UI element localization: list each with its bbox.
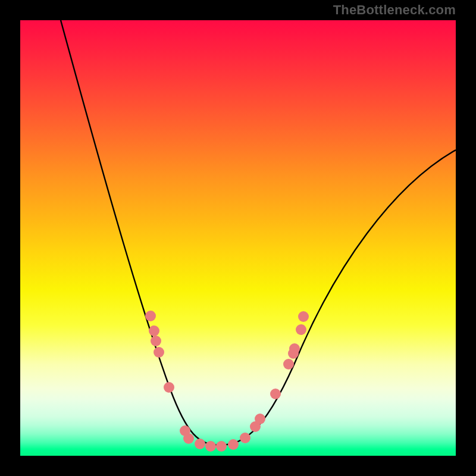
datapoint-marker — [240, 433, 250, 443]
datapoint-marker — [270, 389, 281, 399]
datapoint-marker — [255, 414, 265, 424]
datapoint-marker — [154, 347, 164, 358]
datapoint-marker — [228, 439, 239, 450]
datapoint-marker — [289, 343, 300, 354]
datapoint-marker — [183, 433, 194, 444]
plot-area — [20, 20, 456, 456]
watermark: TheBottleneck.com — [333, 2, 456, 18]
bottleneck-curve — [61, 20, 456, 445]
datapoint-marker — [205, 441, 216, 452]
datapoint-marker — [164, 382, 174, 393]
datapoint-marker — [151, 336, 161, 346]
datapoint-marker — [283, 359, 294, 369]
chart-frame: TheBottleneck.com — [0, 0, 476, 476]
datapoint-marker — [195, 439, 205, 449]
curve-layer — [20, 20, 456, 456]
datapoint-marker — [216, 441, 227, 452]
datapoint-marker — [145, 311, 156, 321]
datapoint-marker — [296, 324, 306, 335]
datapoints-group — [145, 311, 309, 452]
datapoint-marker — [298, 311, 309, 322]
datapoint-marker — [149, 325, 159, 336]
